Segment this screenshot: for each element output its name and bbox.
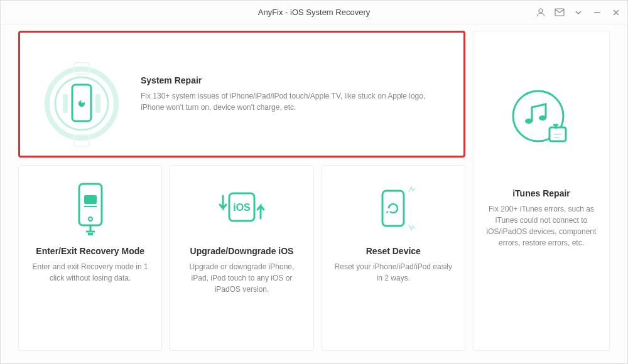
svg-rect-8 <box>63 94 68 113</box>
main-content: System Repair Fix 130+ system issues of … <box>1 24 627 363</box>
reset-device-desc: Reset your iPhone/iPad/iPod easily in 2 … <box>333 261 453 284</box>
svg-rect-13 <box>84 195 97 204</box>
card-recovery-mode[interactable]: Enter/Exit Recovery Mode Enter and exit … <box>18 165 162 351</box>
itunes-repair-desc: Fix 200+ iTunes errors, such as iTunes c… <box>485 203 598 249</box>
recovery-mode-icon <box>65 177 116 240</box>
svg-point-24 <box>539 115 546 120</box>
titlebar: AnyFix - iOS System Recovery <box>1 1 627 24</box>
titlebar-controls <box>536 8 621 18</box>
card-upgrade-downgrade[interactable]: iOS Upgrade/Downgrade iOS Upgrade or dow… <box>170 165 313 351</box>
upgrade-downgrade-title: Upgrade/Downgrade iOS <box>190 246 294 256</box>
window-title: AnyFix - iOS System Recovery <box>258 8 370 17</box>
svg-rect-9 <box>95 94 100 113</box>
svg-rect-21 <box>382 191 404 226</box>
recovery-mode-desc: Enter and exit Recovery mode in 1 click … <box>30 261 150 284</box>
card-row: Enter/Exit Recovery Mode Enter and exit … <box>18 165 465 351</box>
svg-rect-12 <box>79 184 102 225</box>
recovery-mode-title: Enter/Exit Recovery Mode <box>36 246 144 256</box>
account-icon[interactable] <box>536 8 546 18</box>
itunes-repair-title: iTunes Repair <box>512 188 570 198</box>
close-icon[interactable] <box>611 8 621 18</box>
upgrade-downgrade-desc: Upgrade or downgrade iPhone, iPad, iPod … <box>181 261 301 295</box>
app-window: AnyFix - iOS System Recovery <box>0 0 628 364</box>
itunes-repair-icon <box>507 56 576 182</box>
right-column: iTunes Repair Fix 200+ iTunes errors, su… <box>473 31 610 351</box>
minimize-icon[interactable] <box>592 8 602 18</box>
chevron-down-icon[interactable] <box>573 8 583 18</box>
card-system-repair[interactable]: System Repair Fix 130+ system issues of … <box>18 31 465 158</box>
reset-device-title: Reset Device <box>366 246 421 256</box>
svg-text:iOS: iOS <box>233 202 251 213</box>
svg-point-23 <box>525 119 533 124</box>
svg-point-0 <box>539 9 543 13</box>
left-column: System Repair Fix 130+ system issues of … <box>18 31 465 351</box>
system-repair-title: System Repair <box>141 75 446 85</box>
system-repair-desc: Fix 130+ system issues of iPhone/iPad/iP… <box>141 90 446 113</box>
svg-point-15 <box>89 217 92 221</box>
card-itunes-repair[interactable]: iTunes Repair Fix 200+ iTunes errors, su… <box>473 31 610 351</box>
upgrade-downgrade-icon: iOS <box>210 177 273 240</box>
mail-icon[interactable] <box>555 8 565 18</box>
system-repair-text: System Repair Fix 130+ system issues of … <box>141 75 446 113</box>
card-reset-device[interactable]: Reset Device Reset your iPhone/iPad/iPod… <box>322 165 465 351</box>
system-repair-icon <box>38 50 126 138</box>
reset-device-icon <box>365 177 421 240</box>
svg-rect-18 <box>88 233 93 235</box>
